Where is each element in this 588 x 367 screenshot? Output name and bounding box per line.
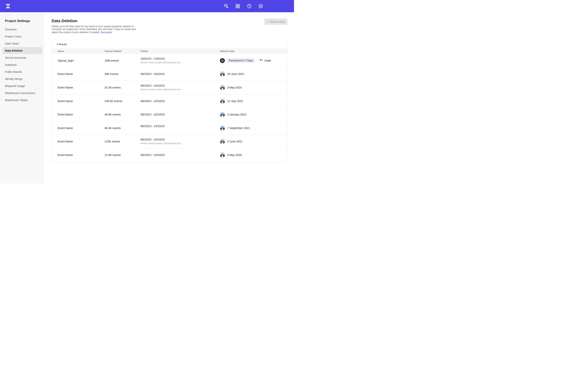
row-volume-deleted: 20.2K events bbox=[104, 86, 121, 89]
page-description-line3: adjust the criteria of your deletion if … bbox=[52, 31, 138, 34]
row-volume-deleted: 12.9K events bbox=[104, 153, 121, 157]
table-row: Event Name49.9K events09/23/23 - 10/10/2… bbox=[52, 108, 287, 121]
undo-label: Undo bbox=[264, 59, 271, 62]
table-row: Event Name12.9K events09/23/23 - 10/10/2… bbox=[52, 148, 287, 162]
table-header-row: Name Volume Deleted Criteria Deletion Da… bbox=[52, 48, 287, 54]
table-row: Event Name48.3K events09/23/23 - 10/10/2… bbox=[52, 121, 287, 135]
row-criteria-range: 09/23/23 - 10/10/23 bbox=[140, 100, 164, 103]
row-criteria: 09/23/23 - 10/10/23 bbox=[140, 72, 164, 75]
deletion-date-value: 3 January 2022 bbox=[227, 113, 246, 116]
row-name: Event Name bbox=[58, 113, 73, 116]
permanent-status-badge: Permanent in 7 Days bbox=[227, 58, 255, 63]
settings-gear-icon[interactable] bbox=[258, 4, 263, 8]
table-row: Event Name30K events09/23/23 - 10/10/232… bbox=[52, 67, 287, 81]
row-volume-deleted: 49.9K events bbox=[104, 113, 121, 116]
project-settings-sidebar: Project Settings OverviewProject UsersDa… bbox=[0, 12, 44, 184]
row-criteria-filter: where email contains @mixpanel.com bbox=[140, 61, 181, 64]
apps-grid-icon[interactable] bbox=[235, 4, 240, 8]
row-volume-deleted: 48.3K events bbox=[104, 126, 121, 130]
sidebar-item-mixpanel-usage[interactable]: Mixpanel Usage bbox=[2, 82, 42, 90]
row-name: Event Name bbox=[58, 126, 73, 130]
requester-avatar bbox=[220, 125, 225, 131]
requester-avatar bbox=[220, 72, 225, 76]
plus-icon: + bbox=[267, 20, 269, 23]
page-title: Data Deletion bbox=[52, 18, 77, 23]
row-criteria: 09/23/23 - 10/10/23 bbox=[140, 125, 164, 132]
data-management-icon[interactable] bbox=[224, 4, 229, 8]
deletion-date-value: 5 May 2020 bbox=[227, 153, 242, 157]
table-row: Event Name239.3K events09/23/23 - 10/10/… bbox=[52, 94, 287, 108]
undo-icon bbox=[259, 58, 263, 63]
row-name: Signup_login bbox=[58, 59, 74, 62]
row-criteria: 09/23/23 - 10/10/23where email contains … bbox=[140, 84, 181, 91]
requester-avatar bbox=[220, 99, 225, 104]
row-name: Event Name bbox=[58, 153, 73, 157]
column-header-volume-deleted: Volume Deleted bbox=[104, 50, 121, 53]
row-criteria-range: 09/23/23 - 10/10/23 bbox=[140, 125, 164, 128]
row-criteria-filter: where email contains @mixpanel.com bbox=[140, 142, 181, 145]
requester-avatar bbox=[220, 85, 225, 90]
row-criteria: 09/23/23 - 10/10/23 bbox=[140, 100, 164, 103]
deletion-date-value: 3 May 2023 bbox=[227, 86, 242, 89]
top-navigation-bar bbox=[0, 0, 294, 12]
sidebar-item-overview[interactable]: Overview bbox=[2, 26, 42, 33]
column-header-deletion-date: Deletion Date bbox=[220, 50, 234, 53]
row-deletion-date: 3 June 2021 bbox=[220, 139, 242, 144]
sidebar-item-warehouse-connections[interactable]: Warehouse Connections bbox=[2, 90, 42, 97]
row-deletion-date: 5 May 2020 bbox=[220, 152, 242, 158]
help-icon[interactable] bbox=[247, 4, 252, 8]
row-name: Event Name bbox=[58, 140, 73, 143]
see-guide-link[interactable]: See guide bbox=[101, 31, 112, 34]
sidebar-item-service-accounts[interactable]: Service Accounts bbox=[2, 54, 42, 61]
row-criteria: 09/23/23 - 10/10/23 bbox=[140, 153, 164, 157]
deletion-date-value: 12 July 2022 bbox=[227, 100, 243, 103]
sidebar-item-identity-merge[interactable]: Identity Merge bbox=[2, 75, 42, 82]
sidebar-item-autotrack[interactable]: Autotrack bbox=[2, 61, 42, 68]
deletion-date-value: 7 September 2021 bbox=[227, 126, 250, 130]
column-header-criteria: Criteria bbox=[140, 50, 148, 53]
sidebar-item-data-views[interactable]: Data Views bbox=[2, 40, 42, 47]
table-row: Signup_login10M events10/01/23 - 12/01/2… bbox=[52, 54, 287, 67]
requester-avatar bbox=[220, 152, 225, 158]
delete-data-button[interactable]: + Delete Data bbox=[264, 18, 287, 25]
row-criteria: 09/23/23 - 10/10/23 bbox=[140, 113, 164, 116]
row-volume-deleted: 239.3K events bbox=[104, 100, 122, 103]
row-criteria-range: 09/23/23 - 10/10/23 bbox=[140, 153, 164, 157]
requester-avatar bbox=[220, 139, 225, 144]
row-criteria-range: 10/01/23 - 12/01/23 bbox=[140, 57, 181, 60]
sidebar-item-project-users[interactable]: Project Users bbox=[2, 33, 42, 40]
deletion-requests-card: 5 Results Name Volume Deleted Criteria D… bbox=[51, 40, 287, 162]
topbar-icon-group bbox=[224, 0, 263, 12]
row-criteria-range: 09/23/23 - 10/10/23 bbox=[140, 113, 164, 116]
row-criteria-range: 09/23/23 - 10/10/23 bbox=[140, 72, 164, 75]
row-criteria-filter bbox=[140, 129, 164, 132]
delete-data-button-label: Delete Data bbox=[270, 20, 285, 23]
sidebar-item-warehouse-tables[interactable]: Warehouse Tables bbox=[2, 97, 42, 104]
requester-avatar bbox=[220, 112, 225, 117]
sidebar-title: Project Settings bbox=[5, 19, 44, 23]
sidebar-nav: OverviewProject UsersData ViewsData Dele… bbox=[0, 26, 44, 104]
sidebar-item-public-boards[interactable]: Public Boards bbox=[2, 68, 42, 75]
row-deletion-date: 7 September 2021 bbox=[220, 125, 250, 131]
row-deletion-date: 3 May 2023 bbox=[220, 85, 242, 90]
mixpanel-logo[interactable] bbox=[5, 3, 11, 9]
requester-avatar-sketch bbox=[220, 58, 225, 63]
results-count: 5 Results bbox=[57, 43, 67, 46]
row-criteria-range: 09/23/23 - 10/10/23 bbox=[140, 138, 181, 141]
row-criteria-range: 09/23/23 - 10/10/23 bbox=[140, 84, 181, 87]
page-description-line2: currently not supported). Once submitted… bbox=[52, 28, 138, 31]
row-name: Event Name bbox=[58, 72, 73, 75]
deletion-date-value: 3 June 2021 bbox=[227, 140, 242, 143]
row-name: Event Name bbox=[58, 86, 73, 89]
row-criteria-filter: where email contains @mixpanel.com bbox=[140, 88, 181, 91]
row-name: Event Name bbox=[58, 100, 73, 103]
row-volume-deleted: 10M events bbox=[104, 59, 119, 62]
table-row: Event Name123K events09/23/23 - 10/10/23… bbox=[52, 135, 287, 149]
sidebar-item-data-deletion[interactable]: Data Deletion bbox=[2, 47, 42, 54]
row-deletion-date: 3 January 2022 bbox=[220, 112, 246, 117]
deletion-date-value: 20 June 2023 bbox=[227, 72, 244, 75]
row-criteria: 10/01/23 - 12/01/23where email contains … bbox=[140, 57, 181, 64]
row-deletion-date: 20 June 2023 bbox=[220, 72, 244, 76]
undo-button[interactable]: Undo bbox=[259, 58, 271, 63]
row-deletion-date: Permanent in 7 DaysUndo bbox=[220, 58, 271, 63]
